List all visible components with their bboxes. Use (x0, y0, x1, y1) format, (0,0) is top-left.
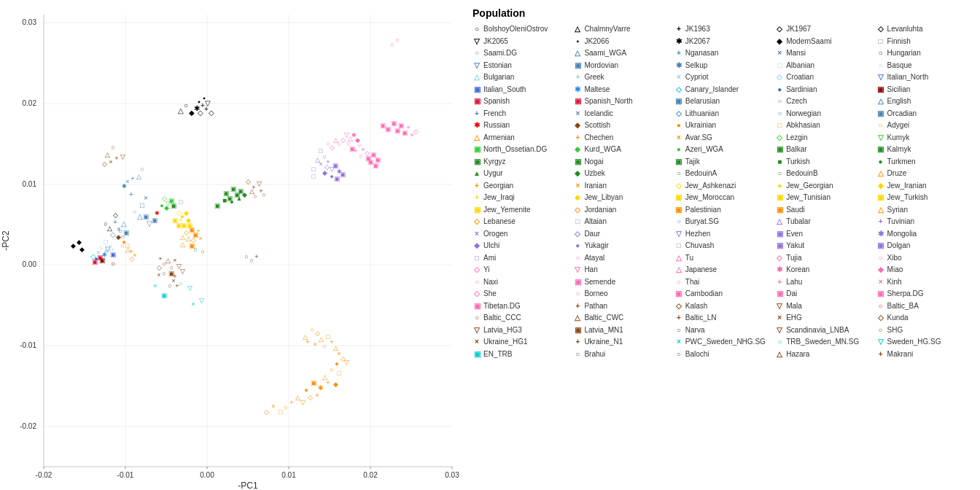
legend-item: ○Czech (775, 96, 873, 107)
legend-symbol: ○ (775, 109, 784, 117)
legend-symbol: ◇ (472, 217, 481, 226)
svg-text:△: △ (107, 225, 112, 232)
legend-symbol: × (876, 277, 885, 286)
legend-item: +Chechen (573, 132, 671, 144)
svg-text:▽: ▽ (205, 99, 211, 107)
svg-text:□: □ (311, 166, 316, 173)
svg-text:▪: ▪ (203, 94, 206, 102)
legend-symbol: ✱ (876, 229, 885, 238)
legend-symbol: ◆ (775, 36, 784, 45)
legend-symbol: × (573, 181, 582, 190)
legend-symbol: ▣ (472, 85, 481, 93)
legend-label: Xibo (887, 252, 902, 264)
legend-symbol: × (573, 109, 582, 117)
svg-text:○: ○ (193, 246, 197, 253)
legend-symbol: ○ (876, 301, 885, 310)
svg-text:▣: ▣ (373, 162, 379, 169)
legend-symbol: + (573, 73, 582, 82)
legend-item: ▣Spanish (472, 96, 570, 107)
legend-symbol: ▣ (674, 289, 683, 298)
legend-item: ▣Semende (573, 276, 671, 288)
legend-label: Kalmyk (887, 144, 911, 155)
legend-item: ◇Lebanese (472, 216, 570, 228)
legend-label: Lithuanian (685, 108, 719, 120)
legend-symbol: ○ (775, 169, 784, 178)
svg-text:▽: ▽ (180, 268, 185, 275)
legend-label: BedouinB (786, 168, 817, 179)
legend-item: △Saami_WGA (573, 47, 671, 59)
legend-symbol: □ (573, 217, 582, 226)
legend-label: Narva (685, 324, 705, 336)
svg-text:○: ○ (184, 101, 188, 109)
svg-text:△: △ (178, 106, 184, 114)
legend-label: Hungarian (887, 47, 921, 59)
svg-text:▣: ▣ (171, 202, 177, 209)
legend-symbol: + (876, 217, 885, 226)
svg-text:○: ○ (140, 166, 144, 173)
legend-label: SHG (887, 324, 903, 336)
legend-item: ✱Maltese (573, 84, 671, 96)
legend-label: Scottish (584, 120, 610, 131)
legend-item: ○Baltic_CCC (472, 312, 570, 324)
legend-label: Abkhasian (786, 120, 820, 131)
legend-item: ○Brahui (573, 349, 671, 360)
legend-symbol: ▽ (674, 229, 683, 238)
svg-text:+: + (289, 399, 293, 406)
legend-symbol: ▣ (573, 325, 582, 334)
legend-item: ▣EN_TRB (472, 349, 570, 360)
legend-item: ▣Kalmyk (876, 144, 974, 155)
legend-symbol: △ (876, 97, 885, 106)
legend-label: Orogen (483, 228, 508, 240)
legend-symbol: ▽ (472, 36, 481, 45)
scatter-plot: 0.03 0.02 0.01 0.00 -0.01 -0.02 -0.02 -0… (0, 0, 467, 490)
legend-label: ModernSaami (786, 36, 831, 47)
svg-text:▣: ▣ (123, 229, 130, 236)
svg-text:◆: ◆ (322, 169, 327, 176)
legend-label: TRB_Sweden_MN.SG (786, 336, 859, 348)
legend-symbol: ■ (775, 157, 784, 166)
legend-label: Jew_Turkish (887, 192, 928, 203)
legend-item: ○Hungarian (876, 47, 974, 59)
legend-item: ✱Selkup (674, 60, 772, 71)
legend-symbol: ◇ (674, 85, 683, 93)
legend-symbol: ○ (573, 253, 582, 262)
svg-text:◇: ◇ (102, 160, 107, 168)
legend-label: Sherpa.DG (887, 288, 924, 300)
svg-text:▣: ▣ (110, 251, 117, 258)
legend-label: Tujia (786, 252, 801, 264)
legend-item: ○Basque (876, 60, 974, 71)
legend-symbol: ○ (674, 217, 683, 226)
legend-item: ▣Jew_Yemenite (472, 204, 570, 216)
legend-item: ▣Saudi (775, 204, 873, 216)
svg-text:✱: ✱ (318, 384, 324, 392)
legend-symbol: + (775, 277, 784, 286)
legend-item: ●Ukrainian (674, 120, 772, 131)
legend-item: ▣Cambodian (674, 288, 772, 300)
svg-text:◆: ◆ (333, 381, 338, 388)
legend-label: Han (584, 264, 597, 276)
legend-item: △Tubalar (775, 216, 873, 228)
legend-item: ▣Tajik (674, 156, 772, 168)
legend-label: Brahui (584, 349, 605, 360)
legend-label: Latvia_MN1 (584, 324, 623, 336)
legend-symbol: △ (472, 133, 481, 141)
svg-text:▽: ▽ (300, 399, 306, 406)
svg-text:+: + (158, 255, 162, 262)
legend-label: Palestinian (685, 204, 721, 216)
legend-label: Thai (685, 276, 699, 288)
svg-text:○: ○ (262, 191, 265, 198)
legend-item: ●Sardinian (775, 84, 873, 96)
svg-text:▣: ▣ (311, 379, 317, 386)
svg-text:●: ● (160, 202, 163, 209)
legend-symbol: ▣ (876, 241, 885, 250)
svg-text:+: + (196, 228, 200, 235)
svg-text:0.03: 0.03 (23, 18, 37, 26)
svg-text:△: △ (186, 235, 191, 242)
legend-symbol: ▣ (876, 109, 885, 117)
legend-item: ▽JK2065 (472, 36, 570, 47)
legend-label: Cypriot (685, 71, 709, 83)
legend-label: JK2066 (584, 36, 609, 47)
svg-text:×: × (198, 235, 202, 242)
legend-symbol: ◇ (674, 301, 683, 310)
svg-text:○: ○ (395, 36, 399, 44)
